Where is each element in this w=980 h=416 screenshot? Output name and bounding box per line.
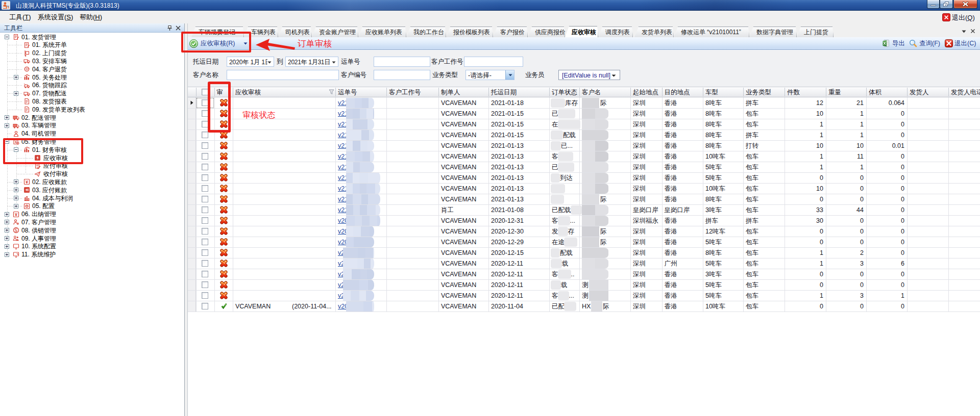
svg-text:¥: ¥ [26,179,28,185]
svg-text:¥: ¥ [15,212,17,217]
